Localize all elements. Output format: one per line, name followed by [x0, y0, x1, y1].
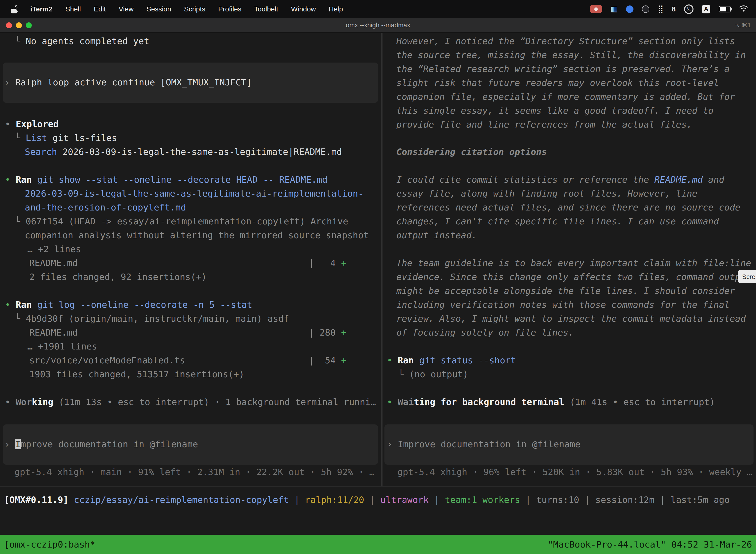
terminal-line: and-the-erosion-of-copyleft.md [25, 201, 186, 214]
menu-item-scripts[interactable]: Scripts [184, 5, 205, 13]
dots-grid-icon[interactable]: ⣿ [658, 4, 663, 13]
menu-item-edit[interactable]: Edit [94, 5, 106, 13]
badge-8-icon[interactable]: 8 [672, 4, 676, 13]
battery-icon[interactable] [719, 6, 731, 12]
battery-tip [731, 8, 732, 10]
tmux-session-label: [omx-cczip0:bash* [4, 539, 95, 550]
usage-status: gpt-5.4 xhigh · main · 91% left · 2.31M … [14, 465, 375, 479]
menu-item-window[interactable]: Window [291, 5, 316, 13]
terminal-line: companion analysis without altering the … [25, 228, 369, 242]
terminal-line: └ List git ls-files [15, 131, 117, 145]
explored-header: • Explored [5, 117, 59, 131]
terminal-line: this single essay, it seems like a good … [396, 104, 713, 118]
terminal-line: However, I noticed the “Directory Struct… [396, 34, 735, 48]
dark-app-icon[interactable] [642, 5, 649, 13]
waiting-status: • Waiting for background terminal (1m 41… [387, 395, 715, 409]
terminal-line: └ 4b9d30f (origin/main, instructkr/main,… [15, 312, 289, 326]
grid-app-icon[interactable]: ▦ [611, 4, 618, 13]
inject-line: › Ralph loop active continue [OMX_TMUX_I… [4, 75, 252, 89]
terminal-line: └ 067f154 (HEAD -> essay/ai-reimplementa… [15, 214, 348, 228]
terminal-line: … +1901 lines [27, 340, 97, 353]
usage-status: gpt-5.4 xhigh · 96% left · 520K in · 5.8… [397, 465, 752, 479]
terminal-line: of focusing solely on file lines. [396, 326, 574, 340]
menu-item-list: iTerm2ShellEditViewSessionScriptsProfile… [18, 5, 343, 13]
battery-percent-icon[interactable]: 61 [684, 4, 693, 14]
battery-percent-value: 61 [687, 7, 691, 11]
terminal-line: README.md | 280 + [29, 326, 346, 340]
zoom-button[interactable] [26, 22, 32, 28]
left-pane[interactable]: └ No agents completed yet› Ralph loop ac… [0, 33, 381, 486]
minimize-button[interactable] [16, 22, 22, 28]
menu-item-help[interactable]: Help [329, 5, 343, 13]
terminal-line: might be acceptable alongside the file l… [396, 284, 735, 298]
menu-item-view[interactable]: View [119, 5, 133, 13]
tmux-status-bar: [omx-cczip0:bash* "MacBook-Pro-44.local"… [0, 535, 756, 554]
terminal-line: the source tree, missing the essay. Stil… [396, 48, 746, 62]
terminal-line: 2 files changed, 92 insertions(+) [29, 270, 207, 284]
blue-app-icon[interactable] [626, 5, 633, 13]
terminal-line: changes, I can't cite specific file line… [396, 214, 719, 228]
menu-bar: iTerm2ShellEditViewSessionScriptsProfile… [0, 0, 756, 18]
omx-status-line: [OMX#0.11.9] cczip/essay/ai-reimplementa… [0, 493, 756, 507]
terminal-line: I could cite commit statistics or refere… [396, 173, 724, 187]
omx-session-status: [OMX#0.11.9] cczip/essay/ai-reimplementa… [4, 493, 730, 507]
thinking-header: Considering citation options [396, 145, 547, 159]
terminal-line: └ (no output) [398, 367, 468, 381]
terminal-line: The team guideline is to back every impo… [396, 256, 751, 270]
menu-item-session[interactable]: Session [146, 5, 171, 13]
menu-bar-status-icons: ▦ ⣿ 8 61 A [590, 4, 748, 14]
agents-completed-line: └ No agents completed yet [15, 34, 149, 48]
window-controls [6, 22, 32, 28]
screen-tooltip[interactable]: Scre [738, 270, 756, 283]
right-pane[interactable]: However, I noticed the “Directory Struct… [382, 33, 756, 486]
menu-item-iterm2[interactable]: iTerm2 [30, 5, 53, 13]
window-title-bar: omx --xhigh --madmax ⌥⌘1 [0, 18, 756, 33]
screen-recording-indicator[interactable] [590, 5, 602, 13]
terminal-line: evidence. Since this change only affects… [396, 270, 751, 284]
terminal-line: companion file, especially if more comme… [396, 90, 735, 104]
terminal-line: provide file and line references from th… [396, 118, 692, 131]
terminal-line: essay file, along with finding root file… [396, 187, 697, 201]
ran-git-status: • Ran git status --short [387, 353, 516, 367]
terminal-line: README.md | 4 + [29, 256, 346, 270]
terminal-content: └ No agents completed yet› Ralph loop ac… [0, 33, 756, 486]
ran-git-log: • Ran git log --oneline --decorate -n 5 … [5, 298, 252, 312]
input-source-icon[interactable]: A [702, 5, 710, 13]
menu-item-profiles[interactable]: Profiles [218, 5, 241, 13]
terminal-line: 2026-03-09-is-legal-the-same-as-legitima… [25, 187, 363, 201]
terminal-line: Search 2026-03-09-is-legal-the-same-as-l… [25, 145, 342, 159]
terminal-line: including verification notes with those … [396, 298, 730, 312]
window-shortcut-badge: ⌥⌘1 [735, 21, 751, 29]
terminal-line: the “Related research writing” section i… [396, 62, 730, 76]
window-title: omx --xhigh --madmax [0, 21, 756, 29]
screen: iTerm2ShellEditViewSessionScriptsProfile… [0, 0, 756, 554]
terminal-line: slight risk that future readers may over… [396, 76, 719, 90]
terminal-line: … +2 lines [27, 242, 81, 256]
status-separator [0, 486, 756, 487]
terminal-line: references need actual files, and since … [396, 201, 740, 214]
terminal-line: src/voice/voiceModeEnabled.ts | 54 + [29, 353, 346, 367]
menu-item-toolbelt[interactable]: Toolbelt [254, 5, 278, 13]
terminal-line: review. Also, I might want to inspect th… [396, 312, 746, 326]
working-status: • Working (11m 13s • esc to interrupt) ·… [5, 395, 376, 409]
terminal-line: output instead. [396, 228, 477, 242]
prompt-text: › Improve documentation in @filename [4, 437, 198, 451]
prompt-text: › Improve documentation in @filename [387, 437, 580, 451]
wifi-icon[interactable] [739, 5, 748, 12]
terminal-line: 1903 files changed, 513517 insertions(+) [29, 367, 244, 381]
tmux-host-clock: "MacBook-Pro-44.local" 04:52 31-Mar-26 [548, 539, 752, 550]
recording-dot-icon [594, 7, 598, 11]
menu-item-shell[interactable]: Shell [65, 5, 81, 13]
ran-git-show: • Ran git show --stat --oneline --decora… [5, 173, 327, 187]
battery-fill [720, 7, 726, 11]
apple-menu-icon[interactable] [11, 4, 18, 13]
close-button[interactable] [6, 22, 12, 28]
